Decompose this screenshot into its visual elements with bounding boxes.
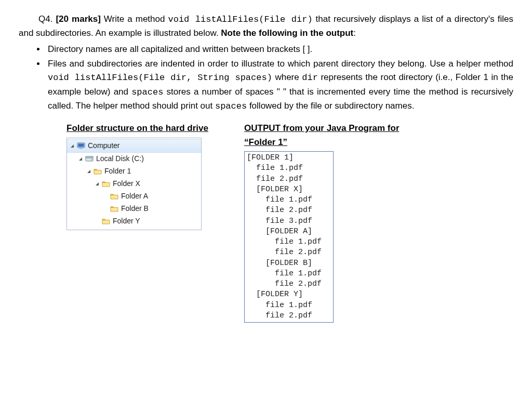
b2-code3: spaces [131, 87, 163, 97]
b2-code1: void listAllFiles(File dir, String space… [48, 73, 272, 83]
b2-mid4: followed by the file or subdirectory nam… [247, 101, 414, 111]
right-title: OUTPUT from your Java Program for “Folde… [244, 122, 400, 149]
tree-label: Folder B [121, 203, 149, 215]
b2-mid1: where [272, 72, 302, 82]
folder-icon [101, 217, 111, 226]
left-title: Folder structure on the hard drive [66, 122, 221, 135]
expand-arrow-icon[interactable] [77, 156, 84, 162]
bullet-1-text: Directory names are all capitalized and … [48, 44, 312, 54]
expand-arrow-icon[interactable] [94, 181, 100, 187]
computer-icon [76, 141, 86, 151]
right-title-2: “Folder 1” [244, 137, 287, 147]
svg-rect-4 [86, 156, 93, 158]
tree-label: Folder Y [113, 216, 140, 227]
code-method-sig: void listAllFiles(File dir) [168, 15, 313, 24]
folder-icon [101, 179, 111, 189]
svg-point-5 [91, 159, 92, 160]
svg-rect-1 [78, 143, 84, 147]
tree-label: Folder A [121, 191, 148, 202]
expand-arrow-icon[interactable] [69, 143, 75, 149]
right-column: OUTPUT from your Java Program for “Folde… [244, 122, 400, 323]
arrow-placeholder [102, 206, 109, 212]
bullet-1: Directory names are all capitalized and … [46, 43, 513, 56]
b2-pre: Files and subdirectories are indented in… [48, 59, 513, 69]
output-box: [FOLDER 1] file 1.pdf file 2.pdf [FOLDER… [244, 151, 334, 323]
folder-icon [110, 192, 119, 201]
example-columns: Folder structure on the hard drive Compu… [66, 122, 513, 323]
tree-label: Local Disk (C:) [96, 153, 144, 165]
expand-arrow-icon[interactable] [86, 168, 92, 175]
tree-row[interactable]: Local Disk (C:) [67, 153, 201, 165]
q-colon: : [353, 28, 356, 38]
bullet-list: Directory names are all capitalized and … [46, 43, 513, 114]
right-title-1: OUTPUT from your Java Program for [244, 123, 400, 133]
svg-rect-2 [79, 148, 83, 149]
left-column: Folder structure on the hard drive Compu… [66, 122, 221, 323]
q-text-1: Write a method [101, 14, 168, 24]
question-paragraph: Q4. [20 marks] Write a method void listA… [19, 12, 513, 41]
tree-label: Folder X [113, 178, 140, 190]
folder-icon [93, 167, 102, 176]
b2-code2: dir [302, 73, 318, 83]
tree-label: Folder 1 [104, 166, 131, 177]
tree-row[interactable]: Folder A [67, 190, 201, 203]
question-marks: [20 marks] [56, 14, 100, 24]
tree-row[interactable]: Folder 1 [67, 165, 201, 178]
folder-tree: ComputerLocal Disk (C:)Folder 1Folder XF… [66, 138, 202, 230]
b2-code4: spaces [215, 101, 247, 111]
question-number: Q4. [38, 14, 52, 24]
q-bold-tail: Note the following in the output [221, 28, 353, 38]
tree-row[interactable]: Folder X [67, 178, 201, 190]
arrow-placeholder [94, 218, 100, 224]
tree-row[interactable]: Folder Y [67, 215, 201, 228]
bullet-2: Files and subdirectories are indented in… [46, 57, 513, 113]
arrow-placeholder [102, 193, 109, 200]
drive-icon [85, 154, 94, 164]
tree-label: Computer [88, 140, 119, 152]
tree-row[interactable]: Computer [67, 139, 201, 153]
tree-row[interactable]: Folder B [67, 203, 201, 215]
folder-icon [110, 204, 119, 214]
